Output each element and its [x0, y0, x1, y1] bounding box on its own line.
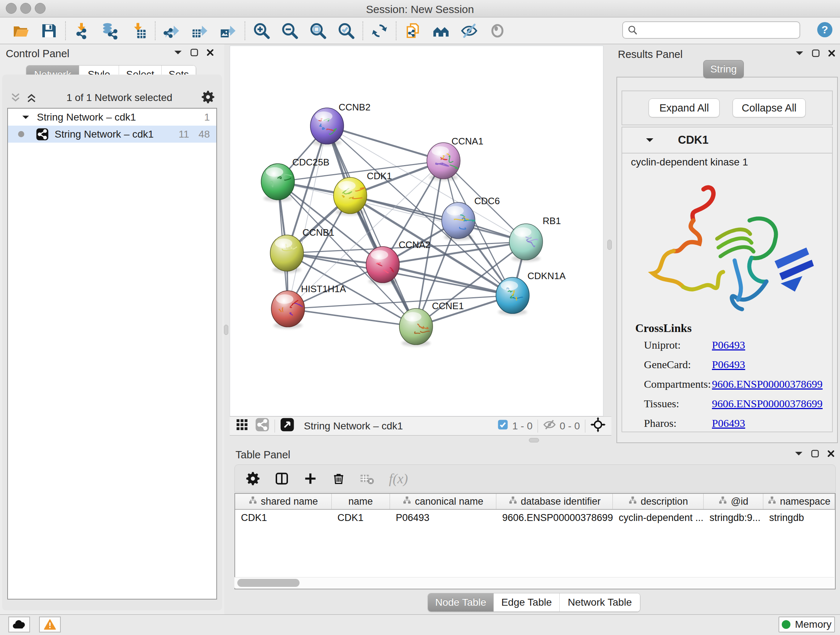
crosslink-link[interactable]: P06493 [712, 339, 745, 351]
gene-description: cyclin-dependent kinase 1 [622, 154, 832, 171]
network-canvas[interactable]: CCNB2 CCNA1 CDC25B CDK1 CDC6 [230, 46, 603, 416]
network-row[interactable]: String Network – cdk1 11 48 [8, 126, 216, 143]
expand-all-icon[interactable] [25, 92, 38, 103]
network-node-RB1[interactable]: RB1 [509, 215, 561, 262]
right-splitter-handle[interactable] [607, 240, 612, 250]
import-table-icon[interactable] [125, 18, 153, 43]
zoom-fit-icon[interactable] [304, 18, 332, 43]
center-view-icon[interactable] [591, 417, 606, 435]
network-node-CDK1[interactable]: CDK1 [333, 171, 392, 215]
column-header-description[interactable]: description [613, 494, 704, 509]
zoom-in-icon[interactable] [248, 18, 276, 43]
network-options-gear-icon[interactable] [201, 90, 215, 105]
memory-label: Memory [795, 619, 831, 630]
left-splitter-handle[interactable] [224, 325, 228, 335]
close-panel-icon[interactable] [827, 450, 835, 458]
node-label-CCNA1: CCNA1 [452, 136, 483, 147]
expand-all-button[interactable]: Expand All [649, 98, 720, 117]
panel-menu-icon[interactable] [795, 50, 804, 56]
import-from-database-icon[interactable] [96, 18, 125, 43]
close-panel-icon[interactable] [828, 49, 836, 57]
column-header-namespace[interactable]: namespace [763, 494, 835, 509]
tree-expander-icon[interactable] [22, 114, 30, 120]
toolbar-separator [396, 21, 396, 40]
export-image-icon[interactable] [214, 18, 242, 43]
open-session-icon[interactable] [6, 18, 35, 43]
network-collection-row[interactable]: String Network – cdk1 1 [8, 109, 216, 126]
float-panel-icon[interactable] [812, 49, 820, 57]
duplicate-network-icon[interactable] [399, 18, 427, 43]
birds-eye-view-icon[interactable] [235, 418, 248, 434]
control-panel: Control Panel NetworkStyleSelectSets 1 o… [0, 44, 224, 614]
column-header-canonical-name[interactable]: canonical name [390, 494, 496, 509]
column-header-@id[interactable]: @id [704, 494, 763, 509]
collapse-all-button[interactable]: Collapse All [733, 98, 806, 117]
memory-button[interactable]: Memory [778, 616, 835, 632]
add-column-icon[interactable] [303, 472, 317, 486]
table-horizontal-scrollbar[interactable] [234, 577, 834, 588]
crosslink-link[interactable]: 9606.ENSP00000378699 [712, 378, 823, 390]
protein-structure-image [633, 174, 823, 319]
crosslink-link[interactable]: P06493 [712, 417, 745, 429]
scrollbar-thumb[interactable] [237, 579, 300, 587]
table-row[interactable]: CDK1CDK1P064939606.ENSP00000378699cyclin… [235, 510, 835, 526]
float-panel-icon[interactable] [811, 450, 819, 458]
node-label-HIST1H1A: HIST1H1A [301, 283, 346, 295]
network-edge[interactable] [288, 309, 416, 326]
import-network-icon[interactable] [68, 18, 96, 43]
network-edge[interactable] [288, 126, 327, 309]
collapse-entry-icon[interactable] [645, 137, 654, 143]
crosslink-link[interactable]: 9606.ENSP00000378699 [712, 397, 823, 409]
toolbar-separator [363, 21, 363, 40]
column-header-database-identifier[interactable]: database identifier [496, 494, 613, 509]
export-table-icon[interactable] [186, 18, 214, 43]
status-bar: Memory [0, 614, 840, 635]
panel-menu-icon[interactable] [794, 451, 803, 456]
delete-table-icon [360, 472, 374, 485]
node-label-RB1: RB1 [543, 215, 561, 226]
network-edge[interactable] [327, 126, 416, 326]
zoom-selected-icon[interactable] [332, 18, 360, 43]
tab-node-table[interactable]: Node Table [428, 593, 494, 611]
warnings-button[interactable] [39, 616, 61, 632]
show-columns-icon[interactable] [275, 471, 289, 486]
delete-column-icon[interactable] [332, 472, 346, 486]
crosslink-label: Uniprot: [644, 339, 712, 358]
network-node-CCNB2[interactable]: CCNB2 [310, 102, 370, 146]
tab-edge-table[interactable]: Edge Table [494, 593, 560, 611]
column-header-shared-name[interactable]: shared name [235, 494, 332, 509]
crosslink-row: Pharos: P06493 [644, 417, 832, 437]
selected-checkbox-icon[interactable] [497, 419, 508, 433]
bottom-splitter-handle[interactable] [529, 438, 539, 442]
column-header-name[interactable]: name [332, 494, 390, 509]
network-node-CCNB1[interactable]: CCNB1 [270, 227, 334, 273]
collapse-all-icon[interactable] [9, 92, 22, 103]
float-panel-icon[interactable] [190, 49, 198, 57]
node-label-CDC25B: CDC25B [292, 157, 330, 168]
close-panel-icon[interactable] [206, 49, 214, 57]
search-input[interactable] [638, 23, 799, 37]
show-all-icon[interactable] [483, 18, 512, 43]
network-overview-icon[interactable] [255, 417, 270, 434]
shared-column-icon [508, 496, 517, 507]
tab-network-table[interactable]: Network Table [560, 593, 640, 611]
zoom-out-icon[interactable] [276, 18, 304, 43]
network-node-CDKN1A[interactable]: CDKN1A [496, 271, 566, 315]
cloud-button[interactable] [8, 616, 30, 632]
panel-menu-icon[interactable] [174, 50, 182, 55]
network-node-CCNE1[interactable]: CCNE1 [399, 301, 464, 347]
first-neighbors-icon[interactable] [427, 18, 455, 43]
export-network-icon[interactable] [158, 18, 186, 43]
apply-layout-icon[interactable] [365, 18, 393, 43]
fit-content-icon[interactable] [280, 417, 294, 434]
save-session-icon[interactable] [35, 18, 63, 43]
hide-selected-icon[interactable] [455, 18, 483, 43]
network-edge[interactable] [327, 126, 444, 161]
network-label: String Network – cdk1 [55, 128, 154, 140]
tab-string[interactable]: String [703, 60, 744, 78]
table-options-gear-icon[interactable] [246, 471, 260, 486]
hidden-eye-icon [543, 419, 556, 432]
network-node-CCNA1[interactable]: CCNA1 [427, 136, 483, 181]
help-button[interactable]: ? [816, 21, 834, 38]
crosslink-link[interactable]: P06493 [712, 358, 745, 371]
